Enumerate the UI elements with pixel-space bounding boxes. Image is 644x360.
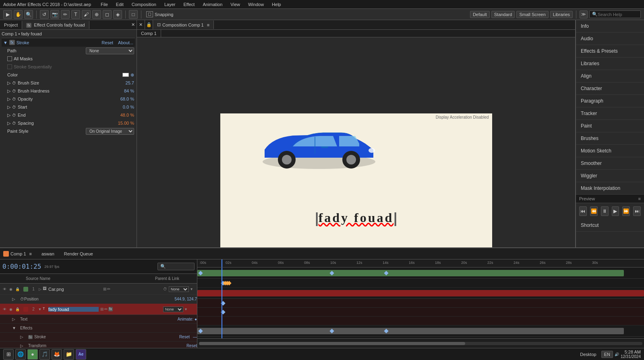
preview-first-frame[interactable]: ⏮ bbox=[579, 206, 587, 216]
tl-kf-2-stroke-1[interactable] bbox=[221, 301, 225, 305]
brush-size-value[interactable]: 25.7 bbox=[126, 80, 134, 85]
right-audio[interactable]: Audio bbox=[576, 33, 644, 45]
tl-layer-2-link[interactable]: ▾ bbox=[185, 307, 187, 311]
stopwatch-opacity[interactable]: ⏱ bbox=[12, 97, 16, 101]
stopwatch-spacing[interactable]: ⏱ bbox=[12, 121, 16, 125]
view-comp1-tab[interactable]: Comp 1 bbox=[137, 30, 161, 37]
timeline-tab-label[interactable]: Comp 1 bbox=[10, 251, 26, 256]
right-libraries[interactable]: Libraries bbox=[576, 58, 644, 70]
ae-icon[interactable]: Ae bbox=[76, 349, 86, 360]
right-align[interactable]: Align bbox=[576, 70, 644, 82]
tl-layer-2-stroke-expand[interactable]: ▷ bbox=[20, 335, 28, 339]
search-help-box[interactable]: 🔍 bbox=[589, 10, 641, 18]
workspace-libraries[interactable]: Libraries bbox=[550, 11, 573, 18]
tl-scrollbar-thumb[interactable] bbox=[199, 342, 465, 345]
timeline-tab-options[interactable]: ≡ bbox=[29, 251, 32, 256]
tl-transform-reset[interactable]: Reset bbox=[186, 344, 197, 348]
snapping-checkbox[interactable]: ☐ bbox=[146, 11, 153, 17]
opacity-value[interactable]: 68.0 % bbox=[120, 97, 134, 101]
text-tool[interactable]: T bbox=[71, 10, 80, 19]
tl-layer-1-lock[interactable]: 🔒 bbox=[14, 286, 20, 292]
tl-layer-1-name[interactable]: Car.png bbox=[48, 287, 101, 292]
chrome-icon[interactable]: ● bbox=[27, 349, 38, 360]
right-paint[interactable]: Paint bbox=[576, 120, 644, 132]
right-motion-sketch[interactable]: Motion Sketch bbox=[576, 145, 644, 157]
tl-stroke-reset[interactable]: Reset bbox=[179, 335, 190, 339]
shortcut-item[interactable]: Shortcut bbox=[576, 219, 644, 232]
hand-tool[interactable]: ✋ bbox=[14, 10, 23, 19]
clone-tool[interactable]: ⊕ bbox=[92, 10, 101, 19]
right-character[interactable]: Character bbox=[576, 82, 644, 95]
tab-comp1[interactable]: ⊡ Composition Comp 1 ≡ bbox=[153, 21, 214, 29]
preview-play[interactable]: ▶ bbox=[612, 206, 619, 216]
tl-scrollbar[interactable] bbox=[199, 342, 642, 345]
stroke-reset-btn[interactable]: Reset bbox=[101, 40, 113, 45]
right-smoother[interactable]: Smoother bbox=[576, 157, 644, 170]
camera-tool[interactable]: 📷 bbox=[50, 10, 59, 19]
right-brushes[interactable]: Brushes bbox=[576, 132, 644, 145]
shape-tool[interactable]: □ bbox=[129, 10, 138, 19]
tl-layer-2-solo[interactable]: ◉ bbox=[8, 307, 14, 312]
menu-help[interactable]: Help bbox=[270, 1, 283, 8]
right-wiggler[interactable]: Wiggler bbox=[576, 170, 644, 182]
right-mask-interp[interactable]: Mask Interpolation bbox=[576, 182, 644, 195]
color-swatch[interactable] bbox=[122, 73, 129, 77]
menu-file[interactable]: File bbox=[99, 1, 110, 8]
right-paragraph[interactable]: Paragraph bbox=[576, 95, 644, 107]
tl-stopwatch-1[interactable]: ⏱ bbox=[20, 297, 24, 301]
tl-layer-2-expand[interactable]: ▼ bbox=[37, 307, 43, 312]
comp-close-btn[interactable]: ✕ bbox=[137, 20, 145, 30]
time-display[interactable]: 0:00:01:25 bbox=[2, 263, 41, 270]
comp-tab-options[interactable]: ≡ bbox=[207, 23, 209, 27]
expand-brush-hard[interactable]: ▷ bbox=[7, 88, 10, 94]
animate-btn[interactable]: Animate: ● bbox=[178, 317, 197, 321]
workspace-small-screen[interactable]: Small Screen bbox=[516, 11, 548, 18]
panel-close-btn[interactable]: ✕ bbox=[130, 21, 137, 29]
end-value[interactable]: 48.0 % bbox=[120, 113, 134, 117]
tl-search-input[interactable] bbox=[168, 264, 192, 269]
switch-2-1[interactable]: ⊞ bbox=[100, 307, 104, 311]
preview-pause[interactable]: ⏸ bbox=[601, 206, 609, 216]
expand-spacing[interactable]: ▷ bbox=[7, 121, 10, 126]
menu-composition[interactable]: Composition bbox=[130, 1, 158, 8]
aswan-tab[interactable]: aswan bbox=[41, 251, 54, 256]
expand-brush-size[interactable]: ▷ bbox=[7, 80, 10, 86]
zoom-tool[interactable]: 🔍 bbox=[24, 10, 33, 19]
expand-end[interactable]: ▷ bbox=[7, 113, 10, 118]
stopwatch-brush-size[interactable]: ⏱ bbox=[12, 81, 16, 85]
ie-icon[interactable]: 🌐 bbox=[15, 349, 26, 360]
tl-layer-1-solo[interactable]: ◉ bbox=[8, 286, 14, 292]
tl-layer-2-parent-select[interactable]: None bbox=[163, 307, 183, 312]
right-tracker[interactable]: Tracker bbox=[576, 107, 644, 120]
expand-start[interactable]: ▷ bbox=[7, 105, 10, 110]
tl-kf-2-transform-1[interactable] bbox=[221, 310, 225, 314]
workspace-default[interactable]: Default bbox=[470, 11, 490, 18]
menu-layer[interactable]: Layer bbox=[163, 1, 177, 8]
stroke-expand-icon[interactable]: ▼ bbox=[3, 40, 8, 45]
brush-hardness-value[interactable]: 84 % bbox=[124, 88, 134, 93]
tl-layer-1-link[interactable]: ▾ bbox=[191, 287, 193, 291]
volume-icon[interactable]: 🔊 bbox=[615, 352, 619, 356]
tab-effect-controls[interactable]: fx Effect Controls fady fouad bbox=[22, 21, 89, 29]
menu-effect[interactable]: Effect bbox=[182, 1, 196, 8]
tl-layer-1-pos-value[interactable]: 544.9, 124.7 bbox=[174, 297, 197, 301]
tl-playhead[interactable] bbox=[222, 259, 222, 267]
stopwatch-end[interactable]: ⏱ bbox=[12, 113, 16, 117]
preview-next-frame[interactable]: ⏩ bbox=[622, 206, 630, 216]
render-queue-tab[interactable]: Render Queue bbox=[64, 251, 93, 256]
tl-layer-1-expand[interactable]: ▷ bbox=[37, 286, 43, 292]
switch-1-2[interactable]: ✏ bbox=[107, 287, 110, 291]
fx-switch-2[interactable]: fx bbox=[108, 307, 113, 311]
select-tool[interactable]: ▶ bbox=[3, 10, 12, 19]
layer-row-2[interactable]: 👁 ◉ 🔒 2 ▼ T fady fouad ⊞ ✏ fx bbox=[0, 304, 197, 315]
tl-layer-2-transform-expand[interactable]: ▷ bbox=[20, 344, 28, 348]
language-indicator[interactable]: EN bbox=[601, 351, 613, 358]
stroke-seq-checkbox[interactable] bbox=[7, 64, 12, 69]
all-masks-checkbox[interactable] bbox=[7, 56, 12, 61]
path-dropdown[interactable]: None bbox=[86, 47, 134, 54]
tab-project[interactable]: Project bbox=[0, 21, 22, 29]
menu-view[interactable]: View bbox=[229, 1, 242, 8]
preview-prev-frame[interactable]: ⏪ bbox=[590, 206, 598, 216]
music-icon[interactable]: 🎵 bbox=[39, 349, 50, 360]
paint-style-dropdown[interactable]: On Original Image bbox=[86, 128, 134, 135]
